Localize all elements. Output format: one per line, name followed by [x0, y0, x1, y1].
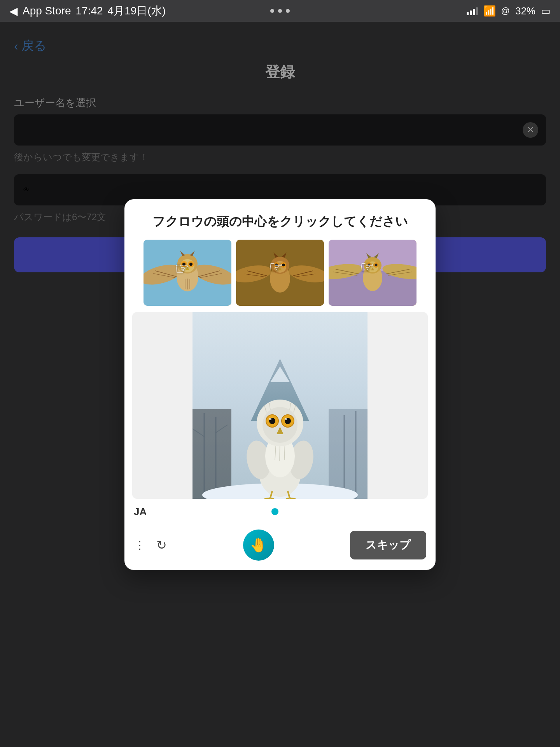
battery-label: 32% [515, 5, 536, 17]
owl-thumb-svg-3 [329, 240, 416, 306]
owl-thumb-svg-2 [236, 240, 324, 306]
dot-1 [270, 9, 274, 13]
modal-footer: JA [124, 499, 436, 525]
carrier-arrow: ◀ [9, 5, 18, 18]
bar-3 [473, 9, 475, 15]
modal-title: フクロウの頭の中心をクリックしてください [140, 213, 420, 230]
owl-thumbnail-3[interactable]: ☞ [329, 240, 416, 306]
status-right: 📶 @ 32% ▭ [467, 5, 551, 17]
svg-point-34 [282, 263, 285, 266]
carrier-label: App Store [23, 5, 71, 17]
svg-line-98 [270, 498, 274, 499]
status-left: ◀ App Store 17:42 4月19日(水) [9, 4, 166, 18]
dot-3 [286, 9, 290, 13]
svg-rect-59 [192, 409, 231, 499]
brand-icon: 🤚 [250, 537, 267, 553]
bar-4 [476, 7, 478, 15]
skip-button[interactable]: スキップ [350, 531, 426, 559]
modal-header: フクロウの頭の中心をクリックしてください [124, 199, 436, 240]
modal-overlay: フクロウの頭の中心をクリックしてください [0, 22, 560, 747]
svg-point-51 [368, 263, 371, 266]
status-bar: ◀ App Store 17:42 4月19日(水) 📶 @ 32% ▭ [0, 0, 560, 22]
battery-icon: ▭ [541, 5, 551, 17]
svg-point-13 [189, 263, 192, 266]
action-icons-group: ⋮ ↻ [134, 538, 167, 552]
modal-actions: ⋮ ↻ 🤚 スキップ [124, 525, 436, 570]
progress-indicator [271, 508, 278, 515]
more-options-icon[interactable]: ⋮ [134, 538, 145, 552]
captcha-modal: フクロウの頭の中心をクリックしてください [124, 199, 436, 570]
snowy-owl-svg [192, 312, 368, 499]
owl-thumbnail-2[interactable]: ☞ [236, 240, 324, 306]
status-dots [270, 9, 290, 13]
svg-point-89 [285, 418, 287, 420]
main-owl-image[interactable] [132, 312, 428, 499]
signal-icon [467, 7, 478, 15]
language-label: JA [134, 506, 147, 518]
svg-point-88 [269, 418, 271, 420]
dot-2 [278, 9, 282, 13]
wifi-icon: 📶 [483, 5, 496, 17]
svg-line-101 [290, 498, 292, 499]
owl-thumbnail-1[interactable]: ☞ [144, 240, 231, 306]
svg-point-52 [375, 263, 378, 266]
owl-thumb-svg-1 [144, 240, 231, 306]
refresh-icon[interactable]: ↻ [156, 538, 167, 552]
svg-line-102 [286, 498, 290, 499]
svg-line-97 [268, 498, 270, 499]
time-label: 17:42 [76, 5, 103, 17]
date-label: 4月19日(水) [108, 4, 166, 18]
svg-rect-60 [329, 409, 368, 499]
svg-point-33 [275, 263, 278, 266]
at-icon: @ [501, 6, 510, 16]
bar-2 [470, 11, 472, 15]
brand-logo: 🤚 [243, 530, 274, 561]
owl-thumbnails: ☞ [124, 240, 436, 312]
bar-1 [467, 12, 469, 15]
svg-point-12 [182, 263, 186, 266]
